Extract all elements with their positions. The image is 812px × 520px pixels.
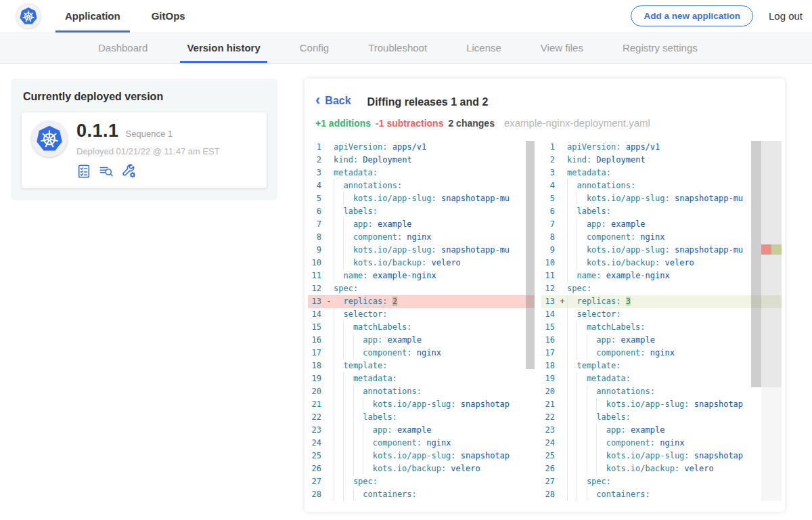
app-icon <box>31 121 68 157</box>
deployed-timestamp: Deployed 01/21/22 @ 11:47 am EST <box>76 146 220 156</box>
diff-filename: example-nginx-deployment.yaml <box>504 117 650 129</box>
configure-icon[interactable] <box>121 163 137 179</box>
diff-body: 1apiVersion: apps/v12kind: Deployment3me… <box>308 141 782 501</box>
logout-link[interactable]: Log out <box>769 0 803 32</box>
code-line-18: 18template: <box>541 360 782 372</box>
code-line-18: 18template: <box>308 360 535 372</box>
code-lines-original: 1apiVersion: apps/v12kind: Deployment3me… <box>308 141 535 501</box>
changes-count: 2 changes <box>448 118 494 129</box>
kubernetes-logo[interactable] <box>16 4 41 28</box>
version-actions <box>76 163 220 179</box>
code-line-17: 17component: nginx <box>541 347 782 360</box>
overview-ruler-slider <box>761 141 782 387</box>
code-line-8: 8component: nginx <box>308 231 535 244</box>
code-line-28: 28containers: <box>541 488 782 501</box>
subnav-item-version-history[interactable]: Version history <box>180 33 267 63</box>
code-line-24: 24component: nginx <box>541 437 782 450</box>
code-line-14: 14selector: <box>541 308 782 321</box>
overview-removed-marker <box>761 244 771 255</box>
code-line-22: 22labels: <box>541 411 782 424</box>
subnav-item-license[interactable]: License <box>459 33 508 63</box>
code-line-16: 16app: example <box>541 334 782 347</box>
code-line-7: 7app: example <box>541 218 782 231</box>
subtractions-count: -1 subtractions <box>376 118 443 129</box>
code-line-16: 16app: example <box>308 334 535 347</box>
code-line-26: 26kots.io/backup: velero <box>308 462 535 475</box>
code-line-12: 12spec: <box>541 282 782 295</box>
code-line-15: 15matchLabels: <box>308 321 535 334</box>
code-line-24: 24component: nginx <box>308 437 535 450</box>
code-line-25: 25kots.io/app-slug: snapshotap <box>308 450 535 462</box>
code-line-12: 12spec: <box>308 282 535 295</box>
code-line-11: 11name: example-nginx <box>541 269 782 282</box>
code-line-2: 2kind: Deployment <box>541 154 782 167</box>
code-line-4: 4annotations: <box>541 179 782 192</box>
code-line-3: 3metadata: <box>541 167 782 179</box>
tab-gitops[interactable]: GitOps <box>142 0 195 32</box>
code-line-22: 22labels: <box>308 411 535 424</box>
deployed-card-title: Currently deployed version <box>23 91 265 103</box>
overview-added-marker <box>771 244 782 255</box>
code-line-2: 2kind: Deployment <box>308 154 535 167</box>
subnav-item-config[interactable]: Config <box>293 33 336 63</box>
code-line-19: 19metadata: <box>541 372 782 385</box>
code-line-5: 5kots.io/app-slug: snapshotapp-mu <box>541 192 782 205</box>
add-application-button[interactable]: Add a new application <box>631 5 753 26</box>
code-line-3: 3metadata: <box>308 167 535 179</box>
kubernetes-helm-icon <box>35 125 64 153</box>
diff-overview-ruler[interactable] <box>761 141 782 501</box>
code-line-23: 23app: example <box>308 424 535 437</box>
code-line-7: 7app: example <box>308 218 535 231</box>
code-line-28: 28containers: <box>308 488 535 501</box>
additions-count: +1 additions <box>315 118 371 129</box>
currently-deployed-card: Currently deployed version 0.1.1 Sequenc… <box>11 79 277 200</box>
code-line-15: 15matchLabels: <box>541 321 782 334</box>
code-line-13: 13+replicas: 3 <box>541 295 782 308</box>
diff-stats: +1 additions -1 subtractions 2 changes e… <box>304 108 785 129</box>
chevron-left-icon: ‹ <box>315 95 320 105</box>
checklist-icon[interactable] <box>76 164 91 179</box>
diff-panel-modified: 1apiVersion: apps/v12kind: Deployment3me… <box>541 141 782 501</box>
code-line-9: 9kots.io/app-slug: snapshotapp-mu <box>308 244 535 257</box>
code-lines-modified: 1apiVersion: apps/v12kind: Deployment3me… <box>541 141 782 501</box>
code-line-19: 19metadata: <box>308 372 535 385</box>
code-line-20: 20annotations: <box>541 385 782 398</box>
code-line-9: 9kots.io/app-slug: snapshotapp-mu <box>541 244 782 257</box>
code-line-21: 21kots.io/app-slug: snapshotap <box>541 398 782 411</box>
code-line-10: 10kots.io/backup: velero <box>308 257 535 269</box>
tab-application[interactable]: Application <box>55 0 130 32</box>
header-tabs: Application GitOps <box>55 0 195 32</box>
code-line-6: 6labels: <box>541 205 782 218</box>
scrollbar-thumb-left[interactable] <box>526 141 535 369</box>
subnav-item-dashboard[interactable]: Dashboard <box>91 33 154 63</box>
diff-card: ‹ Back Diffing releases 1 and 2 +1 addit… <box>304 79 785 512</box>
code-line-1: 1apiVersion: apps/v1 <box>541 141 782 154</box>
code-line-8: 8component: nginx <box>541 231 782 244</box>
back-link[interactable]: ‹ Back <box>315 95 351 107</box>
subnav-item-troubleshoot[interactable]: Troubleshoot <box>361 33 434 63</box>
code-line-20: 20annotations: <box>308 385 535 398</box>
top-header: Application GitOps Add a new application… <box>0 0 812 32</box>
kubernetes-helm-icon <box>19 7 38 26</box>
code-line-4: 4annotations: <box>308 179 535 192</box>
code-line-25: 25kots.io/app-slug: snapshotap <box>541 450 782 462</box>
subnav-item-registry-settings[interactable]: Registry settings <box>616 33 704 63</box>
code-line-6: 6labels: <box>308 205 535 218</box>
back-label: Back <box>325 95 351 107</box>
code-line-1: 1apiVersion: apps/v1 <box>308 141 535 154</box>
code-line-27: 27spec: <box>541 475 782 488</box>
code-line-5: 5kots.io/app-slug: snapshotapp-mu <box>308 192 535 205</box>
view-logs-icon[interactable] <box>98 164 114 179</box>
code-line-14: 14selector: <box>308 308 535 321</box>
code-line-26: 26kots.io/backup: velero <box>541 462 782 475</box>
diff-panel-original: 1apiVersion: apps/v12kind: Deployment3me… <box>308 141 535 501</box>
code-line-10: 10kots.io/backup: velero <box>541 257 782 269</box>
app-subnav: Dashboard Version history Config Trouble… <box>0 32 812 64</box>
version-info: 0.1.1 Sequence 1 Deployed 01/21/22 @ 11:… <box>76 121 220 179</box>
diff-header: ‹ Back Diffing releases 1 and 2 <box>304 79 785 108</box>
code-line-23: 23app: example <box>541 424 782 437</box>
scrollbar-thumb-right[interactable] <box>751 141 761 387</box>
code-line-11: 11name: example-nginx <box>308 269 535 282</box>
subnav-item-view-files[interactable]: View files <box>534 33 590 63</box>
diff-title: Diffing releases 1 and 2 <box>367 96 489 108</box>
